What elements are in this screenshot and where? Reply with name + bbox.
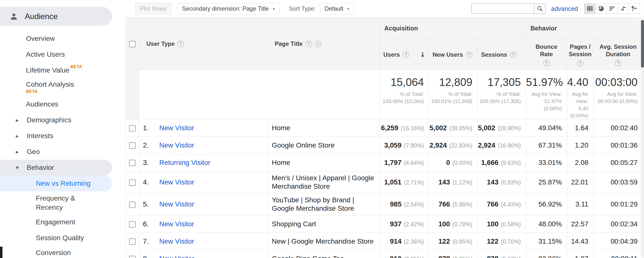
comparison-view-button[interactable] xyxy=(618,4,629,14)
chevron-down-icon: ▾ xyxy=(16,164,22,171)
row-checkbox[interactable] xyxy=(129,179,136,186)
avg-session-duration-cell: 00:03:59 xyxy=(594,171,643,193)
search-input[interactable] xyxy=(471,4,534,14)
table-row: 2. New Visitor Google Online Store 3,059… xyxy=(126,137,643,154)
row-number: 6. xyxy=(143,220,153,228)
vertical-scrollbar[interactable] xyxy=(641,18,644,257)
table-view-button[interactable] xyxy=(584,4,596,14)
users-cell: 3,059(7.90%) xyxy=(380,137,429,154)
help-icon[interactable]: ? xyxy=(403,52,409,58)
column-header-bounce-rate[interactable]: Bounce Rate ? xyxy=(526,39,567,70)
sort-type-dropdown[interactable]: Default ▾ xyxy=(320,3,354,14)
help-icon[interactable]: ? xyxy=(510,52,516,58)
help-icon[interactable]: ? xyxy=(178,41,184,47)
avg-session-duration-cell: 00:01:29 xyxy=(594,193,643,215)
sidebar-item-behavior[interactable]: ▾ Behavior xyxy=(0,160,112,176)
main-content: Plot Rows Secondary dimension: Page Titl… xyxy=(126,0,644,258)
user-type-link[interactable]: New Visitor xyxy=(159,124,194,132)
pages-session-cell: 14.43 xyxy=(567,233,594,250)
sidebar-item-lifetime-value[interactable]: Lifetime Value BETA xyxy=(0,62,112,78)
row-number: 4. xyxy=(143,178,153,186)
plot-rows-button[interactable]: Plot Rows xyxy=(135,3,172,14)
sidebar-item-session-quality[interactable]: Session Quality xyxy=(0,230,112,246)
row-checkbox[interactable] xyxy=(129,256,136,258)
sidebar-item-demographics[interactable]: ▸ Demographics xyxy=(0,112,112,128)
user-type-link[interactable]: New Visitor xyxy=(159,237,194,245)
help-icon[interactable]: ? xyxy=(543,60,550,66)
column-header-sessions[interactable]: Sessions ? xyxy=(478,39,526,70)
scrollbar-thumb[interactable] xyxy=(641,20,644,67)
column-header-users[interactable]: Users ? ↓ xyxy=(380,39,429,70)
avg-session-duration-cell: 00:04:39 xyxy=(594,233,643,250)
sidebar-item-new-vs-returning[interactable]: New vs Returning xyxy=(0,176,112,191)
sidebar-item-overview[interactable]: Overview xyxy=(0,31,112,47)
row-number: 1. xyxy=(143,124,153,132)
advanced-link[interactable]: advanced xyxy=(551,5,578,12)
avg-session-duration-cell: 00:02:40 xyxy=(594,119,643,137)
sidebar-item-frequency-recency[interactable]: Frequency & Recency xyxy=(0,191,112,214)
page-title-value: YouTube | Shop by Brand | Google Merchan… xyxy=(267,193,380,215)
pie-chart-icon xyxy=(598,5,604,12)
page-title-value: Men's / Unisex | Apparel | Google Mercha… xyxy=(267,171,380,193)
sessions-cell: 2,924(16.90%) xyxy=(478,137,526,154)
column-header-new-users[interactable]: New Users ? xyxy=(429,39,478,70)
row-checkbox[interactable] xyxy=(129,238,136,245)
help-icon[interactable]: ? xyxy=(577,60,584,66)
bounce-rate-cell: 67.31% xyxy=(526,137,567,154)
user-type-link[interactable]: Returning Visitor xyxy=(159,159,210,167)
pages-session-cell: 2.08 xyxy=(567,154,594,171)
remove-secondary-dimension-icon[interactable]: × xyxy=(315,41,322,47)
page-title-value: Google Dino Game Tee xyxy=(267,250,380,258)
summary-check-cell xyxy=(126,70,139,119)
user-type-link[interactable]: New Visitor xyxy=(159,200,194,208)
sidebar-item-active-users[interactable]: Active Users xyxy=(0,47,112,62)
sidebar-item-geo[interactable]: ▸ Geo xyxy=(0,144,112,160)
pages-session-cell: 22.57 xyxy=(567,215,594,233)
row-checkbox[interactable] xyxy=(129,142,136,149)
sidebar-item-interests[interactable]: ▸ Interests xyxy=(0,128,112,144)
help-icon[interactable]: ? xyxy=(615,60,621,66)
avg-session-duration-cell: 00:00:11 xyxy=(594,250,643,258)
user-type-link[interactable]: New Visitor xyxy=(159,220,194,228)
sidebar-item-audiences[interactable]: Audiences xyxy=(0,96,112,112)
chevron-right-icon: ▸ xyxy=(16,133,22,139)
sidebar-item-engagement[interactable]: Engagement xyxy=(0,214,112,230)
row-checkbox[interactable] xyxy=(129,221,136,227)
help-icon[interactable]: ? xyxy=(306,41,312,47)
column-header-user-type[interactable]: User Type ? xyxy=(139,18,267,70)
bounce-rate-cell: 93.96% xyxy=(526,250,567,258)
user-type-link[interactable]: New Visitor xyxy=(159,141,194,149)
row-number: 2. xyxy=(143,141,153,149)
sidebar-section-audience[interactable]: Audience xyxy=(0,7,112,26)
column-header-pages-session[interactable]: Pages / Session ? xyxy=(567,39,594,70)
pivot-view-button[interactable] xyxy=(629,4,640,14)
secondary-dimension-button[interactable]: Secondary dimension: Page Title ▾ xyxy=(177,3,280,14)
sidebar-item-cohort-analysis[interactable]: Cohort Analysis BETA xyxy=(0,78,112,96)
performance-view-button[interactable] xyxy=(606,4,618,14)
table-row: 3. Returning Visitor Home 1,797(4.64%) 0… xyxy=(126,154,643,171)
user-type-link[interactable]: New Visitor xyxy=(159,255,194,258)
row-checkbox[interactable] xyxy=(129,160,136,166)
column-header-page-title[interactable]: Page Title ? × xyxy=(267,18,380,70)
select-all-cell xyxy=(126,18,139,70)
row-checkbox[interactable] xyxy=(129,201,136,208)
sort-descending-icon: ↓ xyxy=(420,51,426,59)
select-all-checkbox[interactable] xyxy=(129,41,136,47)
sessions-cell: 1,666(9.63%) xyxy=(478,154,526,171)
search-button[interactable] xyxy=(534,4,546,14)
column-header-avg-session-duration[interactable]: Avg. Session Duration ? xyxy=(594,39,643,70)
percentage-view-button[interactable] xyxy=(595,4,607,14)
sidebar: Audience Overview Active Users Lifetime … xyxy=(0,0,126,258)
page-title-value: Home xyxy=(267,119,380,137)
sidebar-scrollbar-thumb[interactable] xyxy=(0,246,2,258)
user-type-link[interactable]: New Visitor xyxy=(159,178,194,186)
chevron-down-icon: ▾ xyxy=(273,7,275,11)
sidebar-item-conversion-probability[interactable]: Conversion Probability BETA xyxy=(0,246,112,258)
sort-type-label: Sort Type: xyxy=(289,5,316,12)
row-checkbox[interactable] xyxy=(129,125,136,131)
table-view-icon xyxy=(586,5,593,12)
table-row: 4. New Visitor Men's / Unisex | Apparel … xyxy=(126,171,643,193)
report-table-region: User Type ? Page Title ? × xyxy=(126,17,644,258)
pivot-icon xyxy=(631,5,638,12)
help-icon[interactable]: ? xyxy=(466,52,472,58)
